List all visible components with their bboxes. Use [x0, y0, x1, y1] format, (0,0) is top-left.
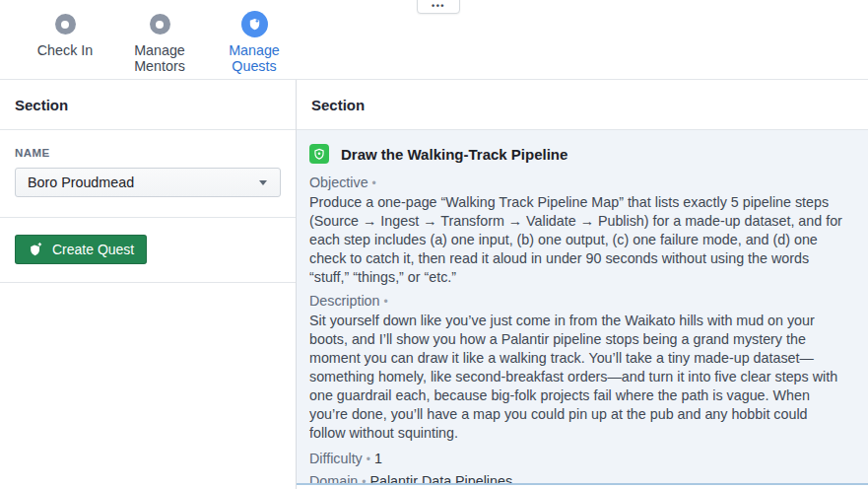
objective-label: Objective • [309, 174, 846, 193]
app-window: Check In Manage Mentors Manage Quests ••… [0, 0, 868, 489]
quest-shield-icon [309, 144, 329, 164]
create-quest-button-label: Create Quest [52, 242, 134, 257]
name-select[interactable]: Boro Proudmead [15, 168, 281, 197]
tab-check-in[interactable]: Check In [18, 0, 112, 79]
quest-title-row: Draw the Walking-Track Pipeline [309, 144, 846, 164]
bullet-separator: • [367, 453, 370, 466]
bullet-separator: • [372, 176, 376, 190]
left-panel: Section NAME Boro Proudmead Creat [0, 80, 297, 489]
create-quest-button[interactable]: Create Quest [15, 235, 147, 264]
domain-value: Palantir Data Pipelines [369, 473, 512, 485]
domain-row: Domain • Palantir Data Pipelines [309, 470, 846, 485]
right-panel: Section Draw the Walking-Track Pipeline … [297, 80, 868, 489]
tab-manage-quests-label: Manage Quests [219, 42, 290, 74]
objective-text: Produce a one-page “Walking Track Pipeli… [309, 193, 846, 287]
description-label: Description • [309, 292, 846, 312]
left-section-title: Section [0, 80, 296, 130]
domain-label: Domain [309, 473, 358, 485]
manage-mentors-step-icon [150, 10, 170, 38]
name-select-value: Boro Proudmead [28, 175, 134, 190]
name-field-group: NAME Boro Proudmead [0, 130, 296, 218]
tab-manage-quests[interactable]: Manage Quests [207, 0, 301, 79]
tab-manage-mentors-label: Manage Mentors [124, 42, 195, 74]
tab-manage-mentors[interactable]: Manage Mentors [112, 0, 207, 79]
shield-plus-icon [28, 242, 43, 257]
create-quest-group: Create Quest [0, 218, 296, 283]
more-options-button[interactable]: ••• [417, 0, 460, 14]
main-content: Section NAME Boro Proudmead Creat [0, 80, 868, 489]
difficulty-row: Difficulty • 1 [309, 448, 846, 470]
difficulty-value: 1 [374, 451, 382, 466]
top-navigation: Check In Manage Mentors Manage Quests ••… [0, 0, 868, 80]
description-text: Sit yourself down like you’ve just come … [309, 312, 846, 443]
check-in-step-icon [55, 10, 76, 38]
bullet-separator: • [362, 475, 366, 485]
shield-quest-icon [241, 10, 268, 38]
chevron-down-icon [259, 180, 267, 185]
bullet-separator: • [384, 295, 388, 309]
quest-detail-card[interactable]: Draw the Walking-Track Pipeline Objectiv… [297, 130, 868, 485]
name-field-caption: NAME [15, 147, 281, 159]
right-section-title: Section [297, 80, 868, 130]
tab-check-in-label: Check In [37, 42, 93, 58]
difficulty-label: Difficulty [309, 451, 363, 466]
quest-title: Draw the Walking-Track Pipeline [341, 146, 568, 163]
